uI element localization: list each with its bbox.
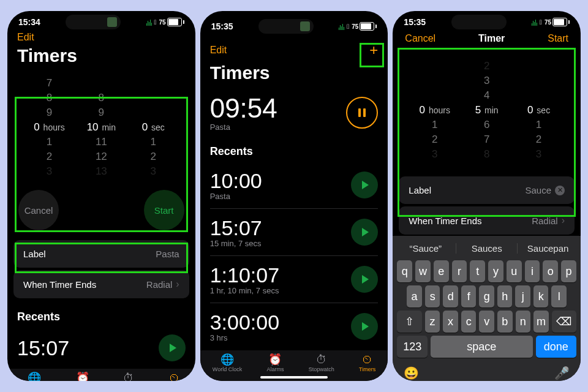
space-key[interactable]: space [431, 336, 532, 358]
play-button[interactable] [159, 334, 186, 361]
status-time: 15:34 [18, 17, 40, 27]
keyboard: Sauce Sauces Saucepan qwertyuiop asdfghj… [393, 236, 581, 381]
audio-equalizer-icon [339, 23, 344, 30]
key-t[interactable]: t [470, 260, 485, 282]
nav-bar: Edit + [200, 38, 388, 62]
play-button[interactable] [351, 219, 378, 246]
key-m[interactable]: m [533, 311, 549, 333]
tab-stopwatch[interactable]: ⏱Stopwatch [309, 354, 334, 372]
edit-button[interactable]: Edit [210, 45, 227, 56]
when-timer-ends-row[interactable]: When Timer Ends Radial› [13, 270, 189, 298]
dynamic-island[interactable] [66, 15, 121, 29]
globe-icon: 🌐 [28, 372, 41, 381]
tab-world-clock[interactable]: 🌐World Clock [213, 354, 242, 372]
stopwatch-icon: ⏱ [123, 372, 134, 381]
key-f[interactable]: f [461, 285, 477, 307]
start-button[interactable]: Start [548, 33, 568, 44]
shift-key[interactable]: ⇧ [397, 311, 421, 333]
dynamic-island[interactable] [258, 19, 314, 34]
time-picker[interactable]: 0 hours123 2345 min678 0 sec123 [399, 54, 575, 167]
tab-timers[interactable]: ⏲Timers [359, 354, 375, 372]
when-ends-title: When Timer Ends [23, 279, 96, 290]
key-o[interactable]: o [543, 260, 558, 282]
screen-1-timers-setup: 15:34 􀙇 75 Edit Timers 7890 hours123 891… [7, 11, 195, 381]
status-icons: 􀙇 75 [532, 18, 570, 26]
recents-header: Recents [200, 134, 388, 162]
recent-time: 15:07 [210, 216, 262, 240]
cancel-button[interactable]: Cancel [405, 33, 435, 44]
recent-time: 1:10:07 [210, 263, 279, 287]
emoji-key[interactable]: 😀 [404, 366, 419, 380]
time-picker[interactable]: 7890 hours123 8910 min111213 0 sec123 [13, 71, 189, 184]
play-icon [362, 181, 369, 189]
play-icon [362, 228, 369, 236]
key-i[interactable]: i [525, 260, 540, 282]
key-x[interactable]: x [443, 311, 458, 333]
battery-icon: 75 [159, 18, 184, 26]
label-row[interactable]: Label Pasta [13, 240, 189, 268]
key-c[interactable]: c [461, 311, 477, 333]
tab-world-clock[interactable]: 🌐World Clock [20, 372, 49, 381]
recent-timer-item: 10:00 Pasta [210, 162, 379, 209]
key-a[interactable]: a [407, 285, 422, 307]
page-title: Timers [7, 45, 195, 71]
tab-timers[interactable]: ⏲Timers [166, 372, 183, 381]
sheet-title: Timer [478, 33, 505, 44]
audio-equalizer-icon [532, 18, 537, 26]
chevron-right-icon: › [562, 215, 565, 226]
recent-time: 3:00:00 [210, 311, 279, 334]
recent-timer-item: 15:07 [17, 327, 186, 369]
backspace-key[interactable]: ⌫ [552, 311, 576, 333]
pause-button[interactable] [346, 97, 378, 129]
key-p[interactable]: p [561, 260, 576, 282]
key-h[interactable]: h [497, 285, 513, 307]
key-n[interactable]: n [516, 311, 531, 333]
key-z[interactable]: z [425, 311, 440, 333]
done-key[interactable]: done [536, 336, 577, 358]
sound-value: Radial [532, 216, 558, 226]
key-u[interactable]: u [507, 260, 522, 282]
when-ends-title: When Timer Ends [409, 216, 481, 226]
numbers-key[interactable]: 123 [397, 336, 428, 358]
label-value: Pasta [156, 249, 179, 259]
running-time: 09:54 [210, 93, 277, 124]
key-v[interactable]: v [479, 311, 494, 333]
play-button[interactable] [351, 313, 378, 340]
key-r[interactable]: r [452, 260, 467, 282]
tab-alarms[interactable]: ⏰Alarms [266, 354, 284, 372]
key-q[interactable]: q [397, 260, 412, 282]
when-timer-ends-row[interactable]: When Timer Ends Radial› [399, 206, 575, 235]
key-y[interactable]: y [488, 260, 503, 282]
dynamic-island[interactable] [451, 15, 507, 29]
suggestion[interactable]: Saucepan [518, 243, 578, 254]
alarm-icon: ⏰ [268, 354, 282, 365]
status-time: 15:35 [211, 21, 233, 31]
recent-sub: 15 min, 7 secs [210, 239, 262, 248]
key-w[interactable]: w [415, 260, 431, 282]
add-timer-button[interactable]: + [369, 42, 378, 59]
dictation-key[interactable]: 🎤 [554, 366, 570, 380]
play-button[interactable] [351, 266, 378, 293]
sound-value: Radial [146, 279, 173, 290]
tab-alarms[interactable]: ⏰Alarms [74, 372, 91, 381]
key-j[interactable]: j [515, 285, 530, 307]
suggestion[interactable]: Sauce [395, 243, 456, 254]
wifi-icon: 􀙇 [540, 18, 542, 26]
label-input-value[interactable]: Sauce [525, 185, 551, 195]
label-row[interactable]: Label Sauce✕ [399, 176, 575, 204]
home-indicator[interactable] [260, 376, 328, 379]
start-button[interactable]: Start [144, 190, 184, 230]
key-e[interactable]: e [434, 260, 449, 282]
key-b[interactable]: b [497, 311, 513, 333]
clear-text-icon[interactable]: ✕ [555, 186, 565, 195]
key-l[interactable]: l [551, 285, 567, 307]
cancel-button[interactable]: Cancel [18, 190, 59, 230]
edit-button[interactable]: Edit [17, 32, 34, 43]
suggestion[interactable]: Sauces [456, 243, 518, 254]
key-d[interactable]: d [443, 285, 458, 307]
key-k[interactable]: k [533, 285, 549, 307]
tab-stopwatch[interactable]: ⏱Stopwatch [116, 372, 141, 381]
play-button[interactable] [351, 172, 378, 198]
key-g[interactable]: g [479, 285, 494, 307]
key-s[interactable]: s [425, 285, 440, 307]
